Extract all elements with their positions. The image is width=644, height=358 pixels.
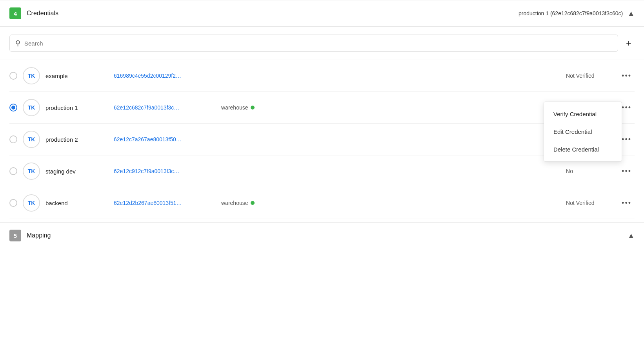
credential-row: TKbackend62e12d2b267ae80013f51…warehouse… [9, 187, 635, 219]
status-text: Not Verified [566, 200, 613, 206]
radio-button[interactable] [9, 199, 17, 207]
avatar: TK [23, 131, 40, 148]
credential-id: 62e12c7a267ae80013f50… [114, 136, 216, 142]
credential-row: TKexample616989c4e55d2c00129f2…Not Verif… [9, 60, 635, 92]
status-text: Not Verified [566, 73, 613, 79]
credential-row: TKproduction 162e12c682c7f9a0013f3c…ware… [9, 92, 635, 124]
dropdown-item-delete[interactable]: Delete Credential [544, 141, 622, 158]
green-dot-icon [251, 201, 255, 205]
credential-id: 62e12d2b267ae80013f51… [114, 200, 216, 206]
credential-id: 62e12c912c7f9a0013f3c… [114, 168, 216, 174]
credential-name: backend [45, 200, 108, 206]
footer-left: 5 Mapping [9, 230, 51, 241]
credential-name: example [45, 73, 108, 79]
warehouse-label: warehouse [221, 104, 248, 111]
green-dot-icon [251, 106, 255, 110]
credentials-section-header: 4 Credentials production 1 (62e12c682c7f… [0, 0, 644, 27]
credential-id: 616989c4e55d2c00129f2… [114, 73, 216, 79]
active-credential-label: production 1 (62e12c682c7f9a0013f3c60c) [518, 10, 623, 16]
search-box: ⚲ [9, 35, 618, 52]
radio-button[interactable] [9, 167, 17, 175]
status-text: No [566, 168, 613, 174]
credential-name: production 1 [45, 104, 108, 111]
section-title: Credentials [27, 10, 58, 17]
search-bar-container: ⚲ + [0, 27, 644, 60]
credential-name: production 2 [45, 136, 108, 143]
more-options-button[interactable]: ••• [619, 166, 635, 177]
dropdown-menu: Verify CredentialEdit CredentialDelete C… [544, 102, 622, 162]
more-options-button[interactable]: ••• [619, 197, 635, 209]
credential-id: 62e12c682c7f9a0013f3c… [114, 104, 216, 111]
mapping-title: Mapping [27, 232, 51, 239]
mapping-section-footer: 5 Mapping ▲ [0, 222, 644, 248]
dropdown-item-verify[interactable]: Verify Credential [544, 105, 622, 123]
header-left: 4 Credentials [9, 7, 58, 19]
warehouse-label: warehouse [221, 200, 248, 206]
credential-row: TKproduction 262e12c7a267ae80013f50…No••… [9, 124, 635, 155]
search-input[interactable] [24, 40, 612, 47]
collapse-chevron-icon[interactable]: ▲ [628, 9, 635, 18]
header-right: production 1 (62e12c682c7f9a0013f3c60c) … [518, 9, 635, 18]
search-icon: ⚲ [15, 39, 20, 47]
radio-button[interactable] [9, 72, 17, 80]
more-options-button[interactable]: ••• [619, 70, 635, 82]
avatar: TK [23, 194, 40, 212]
credentials-list: TKexample616989c4e55d2c00129f2…Not Verif… [0, 60, 644, 219]
mapping-badge: 5 [9, 230, 21, 241]
radio-button[interactable] [9, 104, 17, 111]
warehouse-tag: warehouse [221, 200, 268, 206]
avatar: TK [23, 67, 40, 84]
credential-row: TKstaging dev62e12c912c7f9a0013f3c…No••• [9, 155, 635, 187]
credential-name: staging dev [45, 168, 108, 175]
avatar: TK [23, 99, 40, 116]
avatar: TK [23, 163, 40, 180]
add-credential-button[interactable]: + [623, 37, 635, 49]
mapping-chevron-icon[interactable]: ▲ [628, 232, 635, 240]
dropdown-item-edit[interactable]: Edit Credential [544, 123, 622, 141]
section-badge: 4 [9, 7, 21, 19]
warehouse-tag: warehouse [221, 104, 268, 111]
radio-button[interactable] [9, 135, 17, 143]
